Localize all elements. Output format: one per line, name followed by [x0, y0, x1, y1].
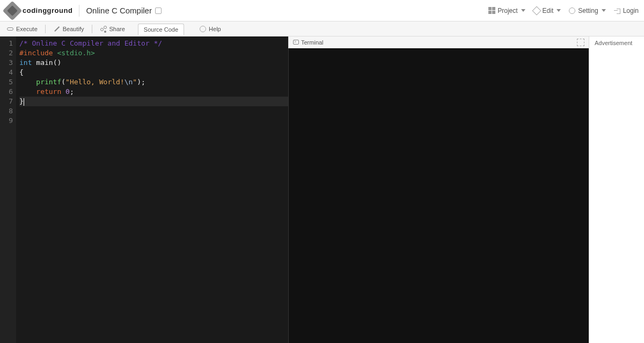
link-icon: [6, 25, 14, 33]
separator: [45, 25, 46, 33]
share-label: Share: [109, 26, 125, 32]
advertisement-panel: Advertisement: [589, 37, 644, 343]
login-icon: [613, 7, 621, 14]
help-label: Help: [209, 26, 221, 32]
line-number: 3: [0, 58, 13, 68]
brand-name: codingground: [23, 6, 72, 14]
share-icon: [100, 25, 107, 33]
page-title-text: Online C Compiler: [86, 6, 152, 15]
help-icon: [199, 25, 207, 33]
terminal-header: Terminal: [288, 37, 589, 48]
gear-icon: [568, 7, 576, 14]
terminal-label: Terminal: [301, 39, 324, 46]
line-number: 1: [0, 39, 13, 48]
brand-logo[interactable]: codingground: [5, 4, 72, 18]
text-cursor: [24, 98, 24, 106]
terminal-icon: [293, 40, 299, 45]
logo-icon: [3, 1, 23, 20]
project-menu[interactable]: Project: [488, 7, 525, 14]
source-code-tab[interactable]: Source Code: [138, 24, 184, 35]
execute-label: Execute: [16, 26, 38, 32]
chevron-down-icon: [602, 9, 606, 12]
share-button[interactable]: Share: [97, 24, 128, 34]
help-button[interactable]: Help: [196, 24, 224, 34]
line-number: 4: [0, 68, 13, 77]
code-line[interactable]: }: [19, 97, 288, 106]
code-line[interactable]: return 0;: [19, 87, 288, 97]
page-title: Online C Compiler: [86, 6, 162, 15]
edit-icon: [533, 7, 540, 14]
edit-label: Edit: [543, 7, 554, 14]
line-number: 6: [0, 87, 13, 97]
code-editor[interactable]: 123456789 /* Online C Compiler and Edito…: [0, 37, 288, 343]
chevron-down-icon: [521, 9, 525, 12]
beautify-button[interactable]: Beautify: [50, 24, 87, 34]
login-button[interactable]: Login: [613, 7, 639, 14]
ad-label: Advertisement: [595, 40, 632, 46]
header-left: codingground Online C Compiler: [5, 4, 162, 18]
editor-toolbar: Execute Beautify Share Source Code Help: [0, 21, 644, 37]
line-number: 9: [0, 116, 13, 126]
code-line[interactable]: /* Online C Compiler and Editor */: [19, 39, 288, 48]
beautify-label: Beautify: [63, 26, 84, 32]
edit-menu[interactable]: Edit: [533, 7, 561, 14]
fullscreen-icon[interactable]: [577, 39, 584, 46]
terminal-output[interactable]: [288, 48, 589, 343]
setting-label: Setting: [578, 7, 598, 14]
code-area[interactable]: /* Online C Compiler and Editor */#inclu…: [16, 37, 288, 343]
login-label: Login: [623, 7, 639, 14]
project-icon: [488, 7, 495, 14]
source-tab-label: Source Code: [144, 26, 178, 33]
line-number: 2: [0, 48, 13, 58]
code-line[interactable]: int main(): [19, 58, 288, 68]
external-link-icon[interactable]: [155, 8, 162, 14]
line-gutter: 123456789: [0, 37, 16, 343]
terminal-pane: Terminal: [288, 37, 589, 343]
header-right: Project Edit Setting Login: [488, 7, 639, 14]
separator: [92, 25, 92, 33]
line-number: 7: [0, 97, 13, 106]
execute-button[interactable]: Execute: [3, 24, 41, 34]
chevron-down-icon: [557, 9, 561, 12]
line-number: 5: [0, 77, 13, 87]
code-line[interactable]: printf("Hello, World!\n");: [19, 77, 288, 87]
code-line[interactable]: #include <stdio.h>: [19, 48, 288, 58]
line-number: 8: [0, 106, 13, 116]
wand-icon: [53, 25, 61, 33]
main-area: 123456789 /* Online C Compiler and Edito…: [0, 37, 644, 343]
divider: [79, 5, 79, 17]
app-header: codingground Online C Compiler Project E…: [0, 0, 644, 21]
project-label: Project: [497, 7, 517, 14]
setting-menu[interactable]: Setting: [568, 7, 605, 14]
code-line[interactable]: {: [19, 68, 288, 77]
